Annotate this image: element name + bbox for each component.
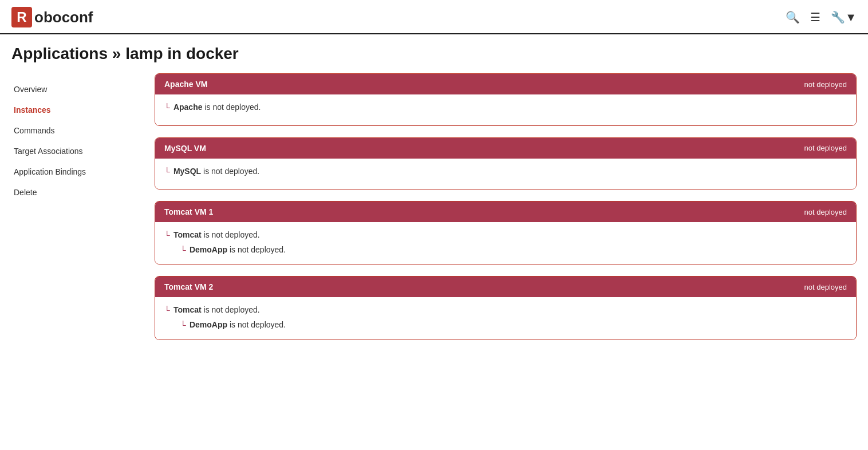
instance-header-tomcat-vm-1: Tomcat VM 1 not deployed <box>155 202 856 222</box>
sidebar-item-delete[interactable]: Delete <box>11 182 137 203</box>
instance-status-tomcat-vm-1: not deployed <box>804 208 847 216</box>
logo-icon: R <box>11 7 32 27</box>
instance-card-mysql-vm: MySQL VM not deployed └ MySQL is not dep… <box>155 137 857 190</box>
sidebar: Overview Instances Commands Target Assoc… <box>11 73 137 357</box>
corner-icon: └ <box>164 102 170 114</box>
instance-child-tomcat-1: └ Tomcat is not deployed. <box>164 230 847 242</box>
header-icons: 🔍 ☰ 🔧▼ <box>786 10 857 24</box>
child-name-tomcat-2: Tomcat <box>173 305 202 314</box>
instance-status-tomcat-vm-2: not deployed <box>804 283 847 291</box>
instance-body-tomcat-vm-2: └ Tomcat is not deployed. └ DemoApp is n… <box>155 297 856 339</box>
corner-icon-gc: └ <box>180 320 186 331</box>
instance-title-tomcat-vm-2: Tomcat VM 2 <box>164 282 213 291</box>
search-icon[interactable]: 🔍 <box>786 10 800 24</box>
instance-grandchild-demoapp-1: └ DemoApp is not deployed. <box>180 245 847 256</box>
grandchild-status-demoapp-2: is not deployed. <box>230 320 286 329</box>
instance-body-tomcat-vm-1: └ Tomcat is not deployed. └ DemoApp is n… <box>155 222 856 264</box>
logo-text: oboconf <box>34 9 93 26</box>
instance-card-tomcat-vm-2: Tomcat VM 2 not deployed └ Tomcat is not… <box>155 276 857 340</box>
corner-icon: └ <box>164 230 170 242</box>
child-status-tomcat-2: is not deployed. <box>204 305 260 314</box>
corner-icon-gc: └ <box>180 245 186 256</box>
instance-card-apache-vm: Apache VM not deployed └ Apache is not d… <box>155 73 857 126</box>
corner-icon: └ <box>164 305 170 317</box>
sidebar-item-target-associations[interactable]: Target Associations <box>11 141 137 161</box>
child-status-apache: is not deployed. <box>204 102 261 112</box>
tools-icon[interactable]: 🔧▼ <box>831 10 857 24</box>
instance-status-apache-vm: not deployed <box>804 80 847 89</box>
child-name-tomcat-1: Tomcat <box>173 230 202 239</box>
instance-card-tomcat-vm-1: Tomcat VM 1 not deployed └ Tomcat is not… <box>155 201 857 265</box>
instance-child-tomcat-2: └ Tomcat is not deployed. <box>164 305 847 317</box>
logo-area: R oboconf <box>11 7 93 27</box>
instance-body-mysql-vm: └ MySQL is not deployed. <box>155 159 856 190</box>
child-status-tomcat-1: is not deployed. <box>204 230 260 239</box>
instance-title-apache-vm: Apache VM <box>164 80 207 89</box>
sidebar-item-commands[interactable]: Commands <box>11 120 137 141</box>
instance-header-apache-vm: Apache VM not deployed <box>155 74 856 94</box>
instance-grandchild-demoapp-2: └ DemoApp is not deployed. <box>180 320 847 331</box>
sidebar-item-instances[interactable]: Instances <box>11 100 137 120</box>
instance-body-apache-vm: └ Apache is not deployed. <box>155 94 856 125</box>
list-icon[interactable]: ☰ <box>810 10 820 24</box>
instance-child-apache: └ Apache is not deployed. <box>164 102 847 114</box>
child-name-mysql: MySQL <box>173 167 201 176</box>
child-status-mysql: is not deployed. <box>203 167 259 176</box>
instance-status-mysql-vm: not deployed <box>804 144 847 152</box>
grandchild-name-demoapp-2: DemoApp <box>190 320 227 329</box>
page-title: Applications » lamp in docker <box>0 34 868 73</box>
sidebar-item-application-bindings[interactable]: Application Bindings <box>11 161 137 182</box>
app-header: R oboconf 🔍 ☰ 🔧▼ <box>0 0 868 34</box>
instance-title-tomcat-vm-1: Tomcat VM 1 <box>164 207 213 216</box>
grandchild-name-demoapp-1: DemoApp <box>190 245 227 254</box>
sidebar-item-overview[interactable]: Overview <box>11 79 137 100</box>
grandchild-status-demoapp-1: is not deployed. <box>230 245 286 254</box>
instance-header-mysql-vm: MySQL VM not deployed <box>155 138 856 159</box>
instances-content: Apache VM not deployed └ Apache is not d… <box>155 73 857 357</box>
instance-header-tomcat-vm-2: Tomcat VM 2 not deployed <box>155 277 856 297</box>
instance-child-mysql: └ MySQL is not deployed. <box>164 167 847 178</box>
child-name-apache: Apache <box>173 102 203 112</box>
main-layout: Overview Instances Commands Target Assoc… <box>0 73 868 357</box>
corner-icon: └ <box>164 167 170 178</box>
instance-title-mysql-vm: MySQL VM <box>164 144 206 153</box>
